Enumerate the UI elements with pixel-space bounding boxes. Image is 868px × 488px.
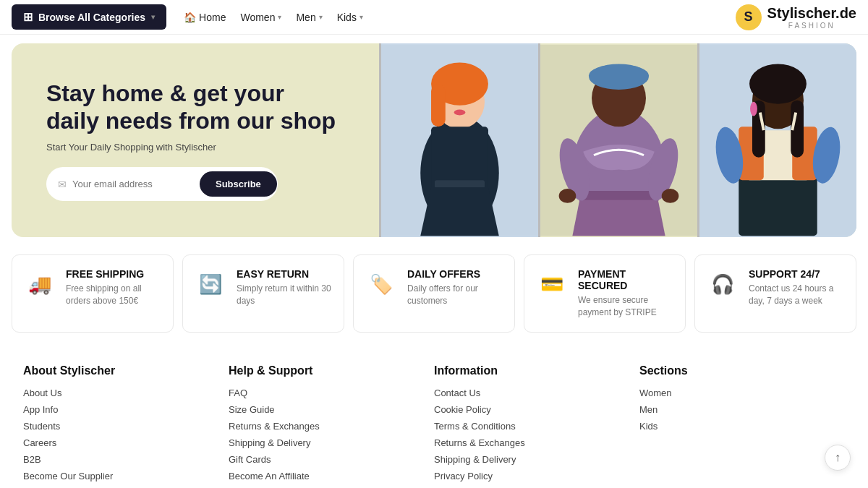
hero-email-row: ✉ Subscribe [46, 167, 278, 201]
footer-link-contact-us[interactable]: Contact Us [434, 388, 625, 398]
svg-rect-13 [589, 64, 649, 86]
feature-text-free-shipping: FREE SHIPPING Free shipping on all order… [66, 268, 161, 307]
footer-link-app-info[interactable]: App Info [23, 404, 214, 415]
feature-card-support: 🎧 SUPPORT 24/7 Contact us 24 hours a day… [694, 254, 856, 333]
feature-text-easy-return: EASY RETURN Simply return it within 30 d… [237, 268, 332, 307]
svg-rect-15 [583, 191, 655, 201]
footer-link-terms[interactable]: Terms & Conditions [434, 421, 625, 432]
browse-chevron-icon: ▾ [151, 13, 155, 21]
feature-desc-daily-offers: Daily offers for our customers [407, 283, 503, 307]
features-row: 🚚 FREE SHIPPING Free shipping on all ord… [0, 246, 868, 341]
nav-men-label: Men [296, 12, 315, 23]
feature-card-payment: 💳 PAYMENT SECURED We ensure secure payme… [524, 254, 686, 333]
footer-about-title: About Stylischer [23, 364, 214, 377]
brand-sub: FASHION [767, 22, 856, 30]
footer-link-privacy[interactable]: Privacy Policy [434, 471, 625, 481]
navbar: ⊞ Browse All Categories ▾ 🏠 Home Women ▾… [0, 0, 868, 35]
figure-3 [697, 43, 856, 237]
feature-title-daily-offers: DAILY OFFERS [407, 268, 503, 280]
brand-name-block: Stylischer.de FASHION [767, 5, 856, 30]
footer-link-students[interactable]: Students [23, 421, 214, 432]
nav-home-label: Home [199, 12, 226, 23]
headset-icon: 🎧 [707, 268, 739, 300]
feature-title-support: SUPPORT 24/7 [749, 268, 844, 280]
figure-2 [538, 43, 697, 237]
feature-card-daily-offers: 🏷️ DAILY OFFERS Daily offers for our cus… [353, 254, 515, 333]
grid-icon: ⊞ [23, 10, 33, 24]
footer-link-become-affiliate[interactable]: Become An Affiliate [229, 471, 420, 481]
men-chevron-icon: ▾ [319, 13, 323, 21]
svg-rect-4 [431, 84, 446, 127]
nav-home-link[interactable]: 🏠 Home [184, 12, 226, 23]
scroll-to-top-button[interactable]: ↑ [825, 445, 851, 471]
figure-1 [379, 43, 538, 237]
footer-link-returns[interactable]: Returns & Exchanges [434, 437, 625, 448]
footer-help-title: Help & Support [229, 364, 420, 377]
hero-title: Stay home & get your daily needs from ou… [46, 80, 339, 135]
hero-subtitle: Start Your Daily Shopping with Stylische… [46, 142, 339, 153]
feature-desc-easy-return: Simply return it within 30 days [237, 283, 332, 307]
footer-link-size-guide[interactable]: Size Guide [229, 404, 420, 415]
nav-women-label: Women [240, 12, 275, 23]
nav-kids-link[interactable]: Kids ▾ [337, 12, 363, 23]
footer-col-help: Help & Support FAQ Size Guide Returns & … [229, 364, 434, 487]
footer-info-title: Information [434, 364, 625, 377]
brand-logo-icon: S [736, 4, 762, 30]
svg-marker-16 [572, 200, 665, 236]
feature-text-support: SUPPORT 24/7 Contact us 24 hours a day, … [749, 268, 844, 307]
home-icon: 🏠 [184, 12, 196, 23]
nav-kids-label: Kids [337, 12, 357, 23]
footer-col-info: Information Contact Us Cookie Policy Ter… [434, 364, 639, 487]
footer-link-gift-cards[interactable]: Gift Cards [229, 454, 420, 465]
svg-point-20 [662, 189, 679, 203]
footer-link-kids[interactable]: Kids [639, 421, 830, 432]
truck-icon: 🚚 [24, 268, 56, 300]
feature-desc-free-shipping: Free shipping on all orders above 150€ [66, 283, 161, 307]
footer-columns: About Stylischer About Us App Info Stude… [23, 364, 845, 487]
svg-marker-8 [420, 187, 499, 236]
footer-link-men[interactable]: Men [639, 404, 830, 415]
brand-name: Stylischer.de [767, 5, 856, 21]
feature-title-easy-return: EASY RETURN [237, 268, 332, 280]
brand-logo: S Stylischer.de FASHION [736, 4, 856, 30]
feature-desc-payment: We ensure secure payment by STRIPE [578, 294, 673, 319]
footer-link-women[interactable]: Women [639, 388, 830, 398]
footer-link-become-supplier[interactable]: Become Our Supplier [23, 471, 214, 481]
nav-links: 🏠 Home Women ▾ Men ▾ Kids ▾ [184, 12, 718, 23]
feature-card-easy-return: 🔄 EASY RETURN Simply return it within 30… [182, 254, 344, 333]
footer-link-about-us[interactable]: About Us [23, 388, 214, 398]
svg-point-29 [749, 64, 807, 103]
browse-label: Browse All Categories [38, 12, 145, 23]
hero-content: Stay home & get your daily needs from ou… [12, 43, 373, 237]
feature-text-daily-offers: DAILY OFFERS Daily offers for our custom… [407, 268, 503, 307]
footer-link-cookie-policy[interactable]: Cookie Policy [434, 404, 625, 415]
footer-link-shipping-delivery[interactable]: Shipping & Delivery [229, 437, 420, 448]
women-chevron-icon: ▾ [278, 13, 281, 21]
footer-link-returns-exchanges[interactable]: Returns & Exchanges [229, 421, 420, 432]
svg-point-30 [750, 102, 757, 116]
feature-desc-support: Contact us 24 hours a day, 7 days a week [749, 283, 844, 307]
svg-point-19 [559, 189, 576, 203]
footer-link-shipping[interactable]: Shipping & Delivery [434, 454, 625, 465]
footer-link-careers[interactable]: Careers [23, 437, 214, 448]
footer: About Stylischer About Us App Info Stude… [0, 341, 868, 488]
browse-categories-button[interactable]: ⊞ Browse All Categories ▾ [12, 4, 166, 30]
svg-rect-22 [739, 176, 817, 236]
svg-point-5 [454, 110, 466, 116]
footer-col-sections: Sections Women Men Kids [639, 364, 845, 487]
feature-card-free-shipping: 🚚 FREE SHIPPING Free shipping on all ord… [12, 254, 174, 333]
hero-email-input[interactable] [72, 179, 194, 189]
subscribe-button[interactable]: Subscribe [200, 171, 277, 197]
feature-text-payment: PAYMENT SECURED We ensure secure payment… [578, 268, 673, 319]
footer-link-b2b[interactable]: B2B [23, 454, 214, 465]
footer-link-faq[interactable]: FAQ [229, 388, 420, 398]
footer-sections-title: Sections [639, 364, 830, 377]
payment-icon: 💳 [536, 268, 568, 300]
feature-title-free-shipping: FREE SHIPPING [66, 268, 161, 280]
kids-chevron-icon: ▾ [359, 13, 363, 21]
hero-figures [379, 43, 856, 237]
nav-men-link[interactable]: Men ▾ [296, 12, 322, 23]
offers-icon: 🏷️ [365, 268, 397, 300]
hero-section: Stay home & get your daily needs from ou… [12, 43, 856, 237]
nav-women-link[interactable]: Women ▾ [240, 12, 281, 23]
